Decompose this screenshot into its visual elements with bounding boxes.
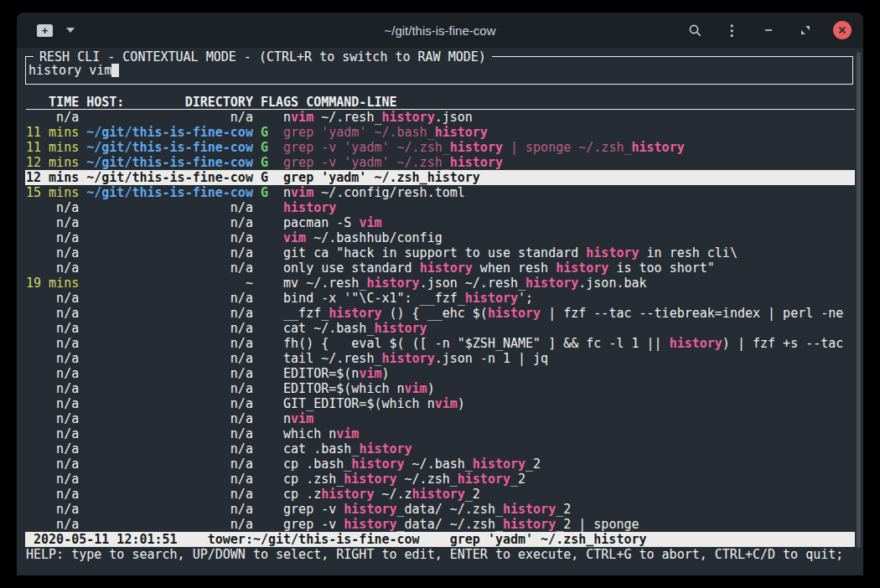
cmd-match: vim (435, 396, 458, 411)
history-row[interactable]: 19 mins ~ mv ~/.resh_history.json ~/.res… (25, 276, 855, 291)
cmd-match: history (359, 441, 412, 456)
history-row[interactable]: n/a n/a EDITOR=$(nvim) (25, 366, 855, 381)
cmd-text: mv ~/.resh_ (283, 276, 366, 291)
cell-flags (261, 426, 268, 441)
history-row[interactable]: n/a n/a GIT_EDITOR=$(which nvim) (25, 396, 855, 411)
cmd-text: in resh cli\ (639, 245, 738, 260)
cmd-text: ) | fzf +s --tac (722, 336, 844, 351)
history-row[interactable]: n/a n/a which nvim (25, 426, 855, 441)
cmd-text: ~/.resh_ (313, 110, 381, 125)
cell-flags (261, 487, 268, 502)
cmd-match: history (381, 110, 434, 125)
cell-time: n/a (26, 291, 79, 306)
cmd-match: history (412, 487, 465, 502)
cell-directory: n/a (86, 456, 253, 472)
terminal-content: RESH CLI - CONTEXTUAL MODE - (CTRL+R to … (17, 48, 863, 575)
search-button[interactable] (686, 21, 704, 39)
cmd-text: grep -v (283, 502, 344, 517)
history-row[interactable]: n/a n/a nvim ~/.resh_history.json (25, 110, 855, 125)
cmd-text: n (283, 110, 291, 125)
cell-flags (261, 306, 268, 321)
cmd-text: bind -x '"\C-x1": __fzf_ (283, 291, 465, 306)
cell-directory: n/a (86, 441, 253, 456)
query-text: history vim (28, 63, 111, 78)
menu-button[interactable]: ⋮ (722, 21, 741, 39)
cell-time: n/a (26, 396, 79, 411)
cmd-text: git ca "hack in support to use standard (283, 245, 586, 260)
history-row[interactable]: 12 mins ~/git/this-is-fine-cow G grep 'y… (25, 170, 855, 185)
history-row[interactable]: n/a n/a pacman -S vim (25, 215, 855, 230)
cmd-text: when resh (473, 260, 556, 276)
history-row[interactable]: n/a n/a fh() { eval $( ([ -n "$ZSH_NAME"… (25, 336, 855, 351)
cmd-text: __fzf_ (283, 306, 329, 321)
history-row[interactable]: n/a n/a cp .zhistory ~/.zhistory_2 (25, 487, 855, 502)
cell-time: n/a (26, 230, 79, 245)
history-row[interactable]: 15 mins ~/git/this-is-fine-cow G nvim ~/… (25, 185, 855, 200)
minimize-button[interactable]: – (759, 21, 778, 39)
history-row[interactable]: n/a n/a grep -v history_data/ ~/.zsh_his… (25, 517, 855, 532)
history-row[interactable]: n/a n/a git ca "hack in support to use s… (25, 245, 855, 260)
cell-directory: n/a (86, 381, 253, 396)
cmd-match: history (366, 276, 419, 291)
cell-directory: n/a (86, 230, 253, 245)
scrollbar[interactable] (857, 52, 861, 548)
cell-flags (261, 517, 268, 532)
history-row[interactable]: n/a n/a grep -v history_data/ ~/.zsh_his… (25, 502, 855, 517)
cmd-match: history (381, 351, 434, 366)
search-input[interactable]: history vim (28, 63, 119, 78)
history-row[interactable]: n/a n/a tail ~/.resh_history.json -n 1 |… (25, 351, 855, 366)
cmd-text: ~/.bash_ (405, 456, 473, 472)
cmd-match: history (351, 456, 404, 472)
history-row[interactable]: n/a n/a vim ~/.bashhub/config (25, 230, 855, 245)
history-row[interactable]: 11 mins ~/git/this-is-fine-cow G grep -v… (25, 140, 855, 155)
cell-time: 12 mins (26, 155, 79, 170)
cell-time: n/a (26, 487, 79, 502)
cell-time: n/a (26, 441, 79, 456)
history-row[interactable]: n/a n/a cp .bash_history ~/.bash_history… (25, 456, 855, 472)
cell-flags (261, 441, 268, 456)
cell-flags (261, 411, 268, 426)
status-bar: 2020-05-11 12:01:51 tower:~/git/this-is-… (25, 532, 855, 547)
cmd-text: only use standard (283, 260, 420, 276)
history-row[interactable]: n/a n/a cat .bash_history (25, 441, 855, 456)
cmd-text: _2 (525, 456, 541, 472)
history-row[interactable]: n/a n/a bind -x '"\C-x1": __fzf_history'… (25, 291, 855, 306)
history-row[interactable]: n/a n/a only use standard history when r… (25, 260, 855, 276)
cell-directory: n/a (86, 110, 253, 125)
cmd-text: cp .bash_ (283, 456, 351, 472)
history-row[interactable]: n/a n/a nvim (25, 411, 855, 426)
history-row[interactable]: n/a n/a cat ~/.bash_history (25, 321, 855, 336)
cell-time: 11 mins (26, 140, 79, 155)
cell-time: n/a (26, 426, 79, 441)
cmd-match: history (632, 140, 685, 155)
history-row[interactable]: n/a n/a __fzf_history () { __ehc $(histo… (25, 306, 855, 321)
history-row[interactable]: n/a n/a EDITOR=$(which nvim) (25, 381, 855, 396)
cell-time: 11 mins (26, 125, 79, 140)
cell-time: 19 mins (26, 276, 79, 291)
cell-flags (261, 230, 268, 245)
text-cursor (111, 64, 119, 77)
cmd-match: history (344, 517, 396, 532)
close-button[interactable] (833, 21, 852, 39)
cell-directory: n/a (86, 306, 253, 321)
cmd-text: _2 (556, 502, 571, 517)
cell-flags (261, 291, 268, 306)
cmd-text: | fzf --tac --tiebreak=index | perl -ne (541, 306, 843, 321)
history-row[interactable]: 12 mins ~/git/this-is-fine-cow G grep -v… (25, 155, 855, 170)
cell-directory: n/a (86, 426, 253, 441)
history-row[interactable]: n/a n/a history (25, 200, 855, 215)
history-row[interactable]: n/a n/a cp .zsh_history ~/.zsh_history_2 (25, 472, 855, 487)
cell-time: n/a (26, 110, 79, 125)
cmd-text: _2 (510, 472, 525, 487)
cmd-match: history (503, 517, 556, 532)
cmd-text: .json (435, 110, 473, 125)
cmd-match: vim (405, 381, 427, 396)
cmd-match: history (321, 487, 374, 502)
cell-time: n/a (26, 260, 79, 276)
cmd-match: history (458, 472, 510, 487)
cmd-match: history (586, 245, 639, 260)
restore-button[interactable] (796, 21, 815, 39)
cell-time: n/a (26, 336, 79, 351)
cmd-text: GIT_EDITOR=$(which n (283, 396, 435, 411)
history-row[interactable]: 11 mins ~/git/this-is-fine-cow G grep 'y… (25, 125, 855, 140)
